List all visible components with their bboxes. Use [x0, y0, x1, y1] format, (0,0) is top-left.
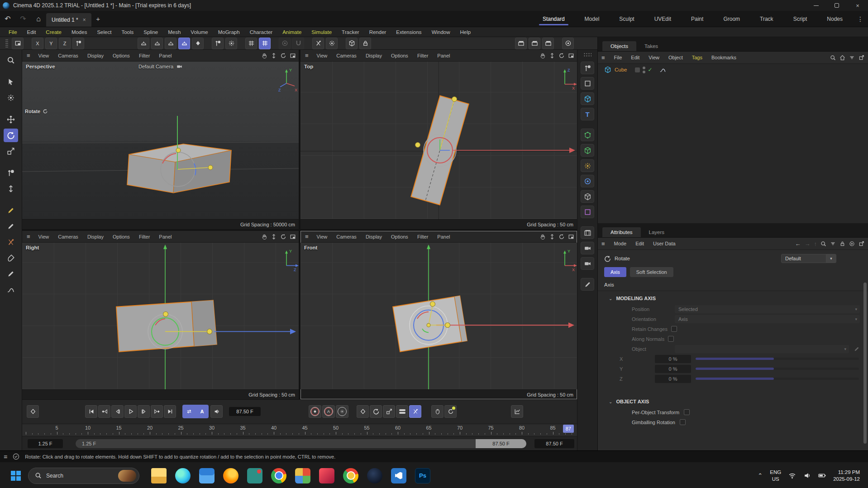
dynamic-placement-tool-icon[interactable]	[4, 182, 18, 196]
menu-item[interactable]: Character	[245, 29, 278, 35]
battery-icon[interactable]	[818, 472, 826, 479]
object-mode-icon[interactable]	[581, 92, 594, 105]
start-button[interactable]	[10, 470, 22, 482]
render-settings-icon[interactable]	[542, 38, 554, 49]
loop-playback-button[interactable]	[183, 405, 195, 418]
dropdown-arrow-icon[interactable]: ▾	[826, 254, 836, 263]
viewport-front-canvas[interactable]: Y X Front	[300, 243, 577, 389]
key-pla-button[interactable]	[409, 405, 421, 418]
om-menu-item[interactable]: Edit	[626, 55, 644, 60]
viewport-menu-item[interactable]: Filter	[413, 234, 433, 239]
orbit-icon[interactable]	[280, 234, 286, 240]
toggle-view-icon[interactable]	[568, 234, 574, 240]
selection-tool-icon[interactable]	[4, 75, 18, 89]
sphere-mode-icon[interactable]	[581, 175, 594, 187]
render-view-icon[interactable]	[515, 38, 527, 49]
redo-icon[interactable]: ↷	[15, 11, 31, 27]
annotate-icon[interactable]	[581, 278, 594, 291]
menu-item[interactable]: Tracker	[337, 29, 364, 35]
viewport-menu-item[interactable]: Options	[386, 53, 413, 58]
viewport-menu-item[interactable]: Options	[108, 53, 134, 58]
key-position-button[interactable]	[357, 405, 369, 418]
enable-axis-mode-icon[interactable]	[581, 190, 594, 203]
previous-key-button[interactable]	[98, 405, 110, 418]
menu-item[interactable]: Mesh	[163, 29, 186, 35]
dolly-icon[interactable]	[271, 53, 277, 59]
menu-item[interactable]: Tools	[116, 29, 138, 35]
points-mode-icon[interactable]	[581, 129, 594, 141]
attr-menu-item[interactable]: User Data	[649, 241, 680, 246]
viewport-menu-item[interactable]: Options	[386, 234, 413, 239]
quantize-grid-icon[interactable]	[259, 38, 271, 49]
export-icon[interactable]	[858, 241, 864, 247]
snap-disabled-icon[interactable]	[279, 38, 291, 49]
viewport-perspective[interactable]: ≡ ViewCamerasDisplayOptionsFilterPanel	[22, 50, 299, 229]
document-tab[interactable]: Untitled 1 * ×	[46, 13, 91, 27]
viewport-menu-item[interactable]: Options	[108, 234, 134, 239]
next-frame-button[interactable]	[138, 405, 150, 418]
range-start-field[interactable]: 1.25 F	[28, 439, 63, 448]
layer-toggle[interactable]	[635, 67, 640, 72]
om-menu-item[interactable]: View	[644, 55, 664, 60]
history-forward-icon[interactable]: →	[805, 240, 811, 247]
close-button[interactable]: ×	[847, 0, 868, 11]
volume-icon[interactable]	[803, 472, 811, 479]
om-menu-item[interactable]: Tags	[687, 55, 707, 60]
home-icon[interactable]	[839, 55, 845, 61]
menu-item[interactable]: Simulate	[306, 29, 337, 35]
key-scale-button[interactable]	[383, 405, 395, 418]
tray-chevron-up-icon[interactable]: ⌃	[758, 472, 763, 479]
hexagon-solid-icon[interactable]	[359, 38, 371, 49]
attr-menu-item[interactable]: Mode	[610, 241, 631, 246]
viewport-menu-item[interactable]: View	[34, 53, 54, 58]
record-active-objects-button[interactable]	[309, 405, 321, 418]
viewport-menu-item[interactable]: Display	[361, 234, 386, 239]
history-back-icon[interactable]: ←	[795, 240, 801, 247]
texture-mode-icon[interactable]: T	[581, 108, 594, 120]
modeling-axis-icon[interactable]	[212, 38, 224, 49]
menu-item[interactable]: Animate	[277, 29, 306, 35]
search-input[interactable]: Search	[28, 468, 139, 484]
phong-tag-icon[interactable]	[659, 67, 666, 73]
visibility-dots[interactable]	[643, 67, 645, 73]
mouse-record-button[interactable]	[431, 405, 444, 418]
transform-tool-icon[interactable]	[4, 166, 18, 180]
pan-icon[interactable]	[261, 234, 267, 240]
menu-item[interactable]: Create	[41, 29, 67, 35]
viewport-menu-icon[interactable]: ≡	[301, 233, 312, 240]
viewport-menu-item[interactable]: View	[34, 234, 54, 239]
toggle-view-icon[interactable]	[568, 53, 574, 59]
workspace-tab[interactable]: Paint	[681, 11, 713, 27]
autokey-button[interactable]: A	[196, 405, 208, 418]
workplane-lock-icon[interactable]	[72, 38, 84, 49]
axis-lock-z-button[interactable]: Z	[59, 38, 71, 49]
previous-frame-button[interactable]	[111, 405, 124, 418]
menu-item[interactable]: MoGraph	[213, 29, 245, 35]
normal-snap-icon[interactable]	[312, 38, 324, 49]
taskbar-app-teal[interactable]	[247, 468, 262, 483]
viewport-menu-item[interactable]: View	[312, 234, 332, 239]
tool-preset-icon-2[interactable]	[151, 38, 163, 49]
record-keyframe-button[interactable]	[27, 405, 39, 418]
viewport-menu-item[interactable]: Display	[83, 234, 108, 239]
polygons-mode-icon[interactable]	[581, 159, 594, 172]
new-tab-button[interactable]: +	[91, 11, 105, 27]
viewport-right-canvas[interactable]: Y Z Right	[22, 243, 299, 389]
language-indicator[interactable]: ENGUS	[770, 469, 781, 482]
key-parameters-button[interactable]	[396, 405, 408, 418]
tool-preset-icon-3[interactable]	[165, 38, 176, 49]
autokeying-toggle-button[interactable]: A	[322, 405, 335, 418]
palette-grip[interactable]	[583, 53, 591, 57]
viewport-menu-item[interactable]: Display	[361, 53, 386, 58]
soft-selection-tab-button[interactable]: Soft Selection	[630, 267, 673, 277]
magnet-disabled-icon[interactable]	[292, 38, 304, 49]
model-mode-icon[interactable]	[581, 62, 594, 74]
lock-icon[interactable]	[839, 241, 845, 247]
timeline-graph-button[interactable]	[511, 405, 523, 418]
modeling-settings-gear-icon[interactable]	[225, 38, 237, 49]
taskbar-edge[interactable]	[175, 468, 191, 483]
search-highlight-image[interactable]	[118, 470, 136, 482]
workspace-menu-icon[interactable]: ⋮	[853, 11, 868, 27]
menu-item[interactable]: Help	[455, 29, 476, 35]
range-end-field[interactable]: 87.50 F	[534, 439, 574, 448]
